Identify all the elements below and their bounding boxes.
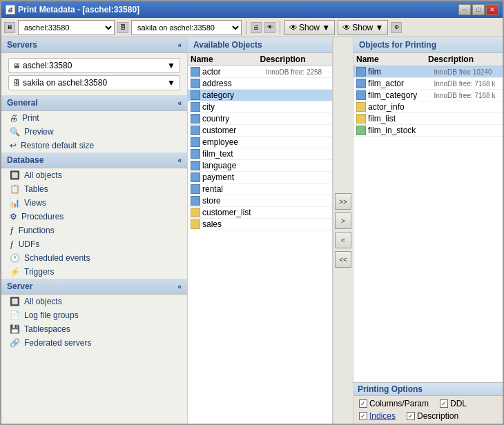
table-row[interactable]: category <box>188 90 332 101</box>
nav-all-objects-db[interactable]: 🔲 All objects <box>1 168 187 182</box>
server-dropdown-1[interactable]: ▼ <box>167 61 175 70</box>
table-row[interactable]: actor InnoDB free: 2258 <box>188 66 332 78</box>
table-row[interactable]: film_text <box>188 148 332 160</box>
window-controls: ─ □ ✕ <box>458 4 498 15</box>
right-row[interactable]: actor_info <box>353 101 503 113</box>
columns-checkbox[interactable] <box>359 399 367 408</box>
printing-options: Printing Options Columns/Param DDL <box>353 382 503 424</box>
remove-all-button[interactable]: << <box>335 251 351 268</box>
servers-header[interactable]: Servers « <box>1 37 187 53</box>
center-area: Available Objects Name Description actor… <box>188 37 503 424</box>
add-one-button[interactable]: > <box>335 212 351 229</box>
window-title: Print Metadata - [aschel:33580] <box>18 5 139 14</box>
server-item-1[interactable]: 🖥 aschel:33580 ▼ <box>8 58 180 73</box>
printing-table-header: Name Description <box>353 53 503 66</box>
toolbar: 🖥 aschel:33580 🗄 sakila on aschel:33580 … <box>1 18 503 37</box>
show-button-1[interactable]: 👁 Show ▼ <box>284 20 335 35</box>
add-all-button[interactable]: >> <box>335 193 351 210</box>
nav-log-file-groups[interactable]: 📄 Log file groups <box>1 308 187 322</box>
table-row[interactable]: rental <box>188 184 332 195</box>
right-row[interactable]: film_list <box>353 113 503 125</box>
printing-table: film InnoDB free 10240 film_actor InnoDB… <box>353 66 503 382</box>
row-table-icon <box>356 67 366 77</box>
nav-views[interactable]: 📊 Views <box>1 196 187 210</box>
show-button-2[interactable]: 👁 Show ▼ <box>338 20 388 35</box>
nav-restore[interactable]: ↩ Restore default size <box>1 139 187 152</box>
triggers-icon: ⚡ <box>10 267 20 277</box>
nav-print[interactable]: 🖨 Print <box>1 111 187 125</box>
server-header[interactable]: Server « <box>1 279 187 295</box>
config-icon[interactable]: ⚙ <box>391 22 402 33</box>
preview-icon[interactable]: 👁 <box>264 22 275 33</box>
nav-preview[interactable]: 🔍 Preview <box>1 125 187 139</box>
options-row-2: Indices Description <box>359 411 497 421</box>
row-table-icon <box>191 102 200 112</box>
nav-triggers[interactable]: ⚡ Triggers <box>1 265 187 279</box>
columns-label: Columns/Param <box>369 399 429 408</box>
row-desc: InnoDB free 10240 <box>434 68 501 76</box>
table-row[interactable]: store <box>188 195 332 207</box>
maximize-button[interactable]: □ <box>472 4 485 15</box>
server-select[interactable]: aschel:33580 <box>18 20 115 35</box>
nav-procedures[interactable]: ⚙ Procedures <box>1 210 187 224</box>
server-dropdown-2[interactable]: ▼ <box>167 78 175 88</box>
remove-one-button[interactable]: < <box>335 232 351 248</box>
nav-udfs[interactable]: ƒ UDFs <box>1 237 187 251</box>
nav-tables[interactable]: 📋 Tables <box>1 182 187 196</box>
minimize-button[interactable]: ─ <box>458 4 471 15</box>
available-objects-table: actor InnoDB free: 2258 address category <box>188 66 332 424</box>
row-desc: InnoDB free: 2258 <box>266 68 329 76</box>
main-area: Servers « 🖥 aschel:33580 ▼ 🗄 sakila on a… <box>1 37 503 424</box>
row-table-icon <box>356 90 366 100</box>
title-bar: 🖨 Print Metadata - [aschel:33580] ─ □ ✕ <box>1 1 503 18</box>
row-table-icon <box>191 196 200 206</box>
table-row[interactable]: customer <box>188 125 332 137</box>
database-header[interactable]: Database « <box>1 152 187 168</box>
table-row[interactable]: city <box>188 101 332 113</box>
right-row[interactable]: film_actor InnoDB free: 7168 k <box>353 78 503 90</box>
table-row[interactable]: customer_list <box>188 207 332 219</box>
nav-scheduled-events[interactable]: 🕐 Scheduled events <box>1 251 187 265</box>
table-row[interactable]: employee <box>188 137 332 148</box>
table-row[interactable]: address <box>188 78 332 90</box>
print-desc-col: Description <box>428 55 500 64</box>
printing-options-title: Printing Options <box>353 383 503 396</box>
right-row[interactable]: film_in_stock <box>353 125 503 137</box>
row-desc: InnoDB free: 7168 k <box>434 92 501 99</box>
row-name: film_category <box>368 90 434 100</box>
nav-functions[interactable]: ƒ Functions <box>1 224 187 237</box>
database-icon: 🗄 <box>117 22 128 33</box>
row-name: film_list <box>368 114 434 123</box>
table-row[interactable]: country <box>188 113 332 125</box>
show-icon-1: 👁 <box>289 23 298 32</box>
general-header[interactable]: General « <box>1 95 187 111</box>
database-collapse-icon: « <box>177 157 182 164</box>
row-table-icon <box>191 161 200 170</box>
table-row[interactable]: payment <box>188 172 332 184</box>
close-button[interactable]: ✕ <box>486 4 498 15</box>
available-table-header: Name Description <box>188 53 332 66</box>
events-icon: 🕐 <box>10 253 20 263</box>
server-item-2[interactable]: 🗄 sakila on aschel:33580 ▼ <box>8 75 180 90</box>
nav-federated-servers[interactable]: 🔗 Federated servers <box>1 336 187 350</box>
description-checkbox[interactable] <box>407 412 415 420</box>
row-name: sales <box>202 219 266 229</box>
table-row[interactable]: sales <box>188 219 332 230</box>
general-collapse-icon: « <box>177 99 182 107</box>
row-name: customer_list <box>202 208 266 217</box>
indices-checkbox[interactable] <box>359 412 367 420</box>
functions-icon: ƒ <box>10 226 14 235</box>
table-row[interactable]: language <box>188 160 332 172</box>
nav-tablespaces[interactable]: 💾 Tablespaces <box>1 322 187 336</box>
print-nav-icon: 🖨 <box>10 113 18 123</box>
row-name: country <box>202 114 266 123</box>
print-icon[interactable]: 🖨 <box>251 22 262 33</box>
row-name: customer <box>202 126 266 135</box>
database-select[interactable]: sakila on aschel:33580 <box>131 20 242 35</box>
preview-nav-icon: 🔍 <box>10 127 20 137</box>
right-row[interactable]: film InnoDB free 10240 <box>353 66 503 78</box>
right-row[interactable]: film_category InnoDB free: 7168 k <box>353 90 503 101</box>
description-label: Description <box>417 411 458 421</box>
nav-all-objects-server[interactable]: 🔲 All objects <box>1 295 187 308</box>
ddl-checkbox[interactable] <box>440 399 448 408</box>
